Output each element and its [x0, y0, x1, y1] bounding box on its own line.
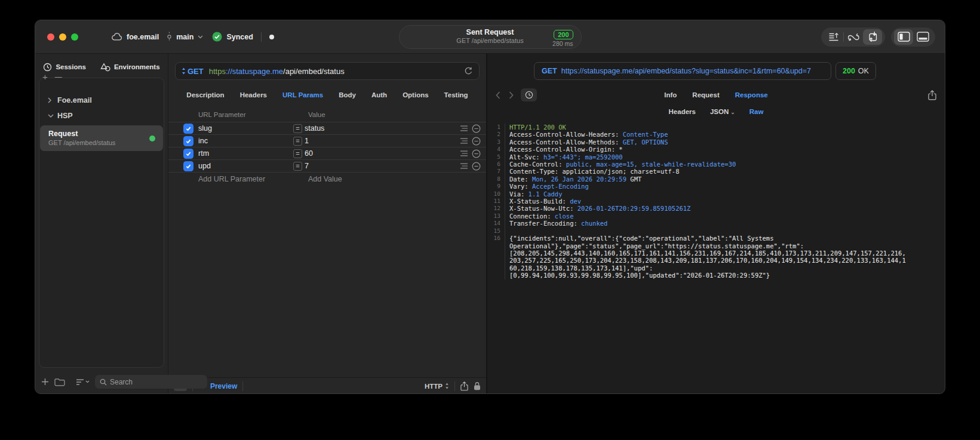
project-name[interactable]: foe.email: [127, 33, 159, 41]
code-text: Content-Type: application/json; charset=…: [505, 168, 679, 175]
project-group: foe.email main Synced: [112, 32, 274, 42]
code-line: 15: [487, 227, 945, 235]
tab-options[interactable]: Options: [403, 91, 428, 99]
remove-row-icon[interactable]: [472, 124, 481, 133]
response-subtabs: Headers JSON⌄ Raw: [487, 104, 945, 119]
code-text: {"incidents":null,"overall":{"code":"ope…: [505, 235, 774, 242]
chevron-down-icon[interactable]: [198, 35, 203, 39]
code-line: 203,257,225,165,250,173,204,223,158,208,…: [487, 257, 945, 264]
zoom-button[interactable]: [71, 33, 78, 41]
subtab-headers[interactable]: Headers: [669, 108, 696, 115]
subtab-json[interactable]: JSON⌄: [710, 108, 735, 115]
table-row: inc = 1: [168, 134, 486, 147]
line-number: 15: [487, 227, 505, 235]
tab-request[interactable]: Request: [692, 91, 719, 99]
toggle-left-sidebar-button[interactable]: [894, 29, 913, 45]
tab-sessions[interactable]: Sessions: [43, 63, 86, 72]
tab-auth[interactable]: Auth: [371, 91, 387, 99]
resend-button[interactable]: [464, 66, 473, 76]
new-folder-button[interactable]: [54, 378, 65, 386]
param-name[interactable]: upd: [198, 162, 293, 170]
tab-environments[interactable]: Environments: [100, 63, 160, 72]
add-param-row: Add URL Parameter Add Value: [168, 172, 486, 184]
tab-sessions-label: Sessions: [56, 63, 86, 70]
text-options-icon[interactable]: [460, 162, 468, 170]
param-checkbox[interactable]: [183, 136, 193, 146]
request-order-button[interactable]: [824, 29, 843, 45]
chevron-left-icon[interactable]: [496, 91, 500, 99]
tree-group-hsp[interactable]: HSP: [39, 108, 164, 124]
window-content: Sessions Environments + — Fo: [35, 54, 945, 394]
request-status-dot: [149, 136, 155, 141]
add-session-button[interactable]: +: [42, 72, 48, 82]
param-checkbox[interactable]: [183, 124, 193, 134]
param-name[interactable]: slug: [198, 124, 293, 133]
param-value[interactable]: 7: [305, 162, 309, 170]
add-request-button[interactable]: [41, 378, 49, 386]
param-value[interactable]: 60: [305, 149, 313, 158]
divider: [454, 381, 455, 391]
divider: [242, 381, 243, 391]
tab-description[interactable]: Description: [186, 91, 224, 99]
line-number: 1: [487, 124, 505, 131]
code-text: Access-Control-Allow-Origin: *: [505, 146, 623, 153]
tab-info[interactable]: Info: [664, 91, 677, 99]
request-summary-pill[interactable]: Sent Request GET /api/embed/status 200 2…: [399, 25, 582, 49]
protocol-selector[interactable]: HTTP: [425, 383, 449, 390]
subtab-raw[interactable]: Raw: [749, 108, 764, 115]
code-text: Access-Control-Allow-Headers: Content-Ty…: [505, 131, 668, 138]
synced-check-icon: [212, 32, 222, 42]
tab-testing[interactable]: Testing: [444, 91, 468, 99]
param-name[interactable]: rtm: [198, 149, 293, 158]
remove-row-icon[interactable]: [472, 137, 481, 146]
sent-method-label: GET: [542, 67, 557, 75]
method-selector[interactable]: GET: [182, 67, 204, 76]
import-export-button[interactable]: [863, 29, 882, 45]
tab-response[interactable]: Response: [735, 91, 768, 99]
param-value[interactable]: 1: [305, 137, 309, 145]
chevron-right-icon[interactable]: [509, 91, 514, 99]
param-checkbox[interactable]: [183, 149, 193, 159]
line-number: 12: [487, 205, 505, 212]
response-tabs: Info Request Response: [487, 91, 945, 99]
sidebar-request-item[interactable]: Request GET /api/embed/status: [40, 125, 163, 151]
minimize-button[interactable]: [59, 33, 66, 41]
lock-button[interactable]: [474, 381, 481, 390]
code-line: 6Cache-Control: public, max-age=15, stal…: [487, 161, 945, 168]
param-value[interactable]: status: [305, 124, 324, 133]
tab-headers[interactable]: Headers: [240, 91, 267, 99]
close-button[interactable]: [47, 33, 54, 41]
tab-body[interactable]: Body: [339, 91, 356, 99]
search-input[interactable]: [110, 378, 202, 386]
branch-name[interactable]: main: [176, 33, 193, 41]
text-options-icon[interactable]: [460, 150, 468, 157]
remove-session-button[interactable]: —: [55, 73, 62, 82]
response-code[interactable]: 1HTTP/1.1 200 OK2Access-Control-Allow-He…: [487, 124, 945, 394]
table-row: slug = status: [168, 122, 486, 134]
history-button[interactable]: [521, 88, 537, 101]
sort-options-button[interactable]: [76, 379, 90, 386]
param-name[interactable]: inc: [198, 137, 293, 145]
remove-row-icon[interactable]: [472, 149, 481, 158]
toggle-bottom-panel-button[interactable]: [913, 29, 932, 45]
response-status-box: 200 OK: [835, 62, 876, 80]
share-button[interactable]: [460, 381, 468, 391]
sidebar-footer: [41, 375, 164, 389]
code-text: Cache-Control: public, max-age=15, stale…: [505, 161, 736, 168]
add-param-placeholder[interactable]: Add URL Parameter: [198, 175, 265, 183]
add-value-placeholder[interactable]: Add Value: [308, 175, 342, 183]
unsaved-indicator-dot: [269, 35, 274, 39]
export-response-button[interactable]: [928, 90, 936, 100]
dynamic-values-button[interactable]: [844, 29, 863, 45]
tree-group-foe-email[interactable]: Foe.email: [39, 93, 164, 108]
code-line: 9Vary: Accept-Encoding: [487, 183, 945, 190]
text-options-icon[interactable]: [460, 137, 468, 144]
param-checkbox[interactable]: [183, 161, 193, 171]
remove-row-icon[interactable]: [472, 162, 481, 171]
code-text: Access-Control-Allow-Methods: GET, OPTIO…: [505, 139, 668, 146]
sent-request-url-box[interactable]: GET https://statuspage.me/api/embed/stat…: [534, 62, 831, 80]
response-url-row: GET https://statuspage.me/api/embed/stat…: [487, 62, 945, 80]
request-url-bar[interactable]: GET https://statuspage.me/api/embed/stat…: [175, 62, 480, 80]
tab-url-params[interactable]: URL Params: [282, 91, 323, 99]
text-options-icon[interactable]: [460, 125, 468, 132]
